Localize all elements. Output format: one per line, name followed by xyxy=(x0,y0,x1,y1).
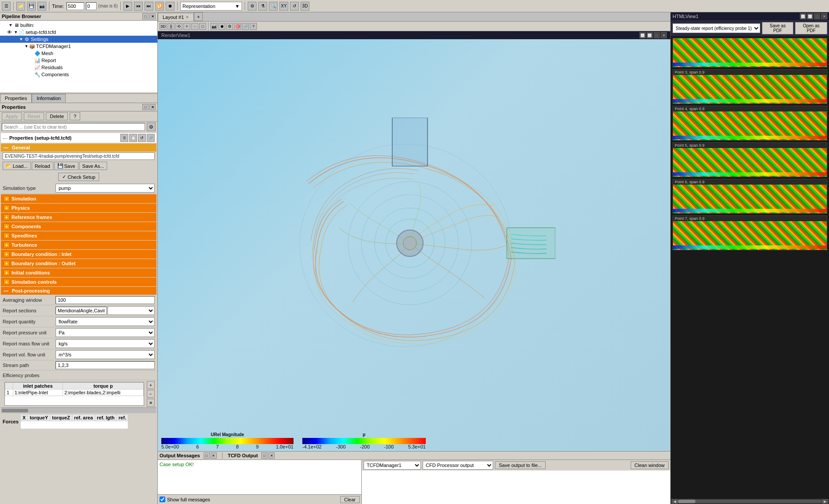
render-settings2-icon[interactable]: ⚙ xyxy=(226,23,233,30)
reset-button[interactable]: Reset xyxy=(24,112,45,120)
section-turbulence[interactable]: + Turbulence xyxy=(1,241,156,249)
render-reset-cam-icon[interactable]: ⟲ xyxy=(175,23,182,30)
xyz-icon[interactable]: XY xyxy=(279,2,288,11)
check-setup-button[interactable]: ✓ Check Setup xyxy=(58,173,100,181)
help-button[interactable]: ? xyxy=(70,112,80,120)
tcfd-pin-btn[interactable]: □ xyxy=(261,452,268,459)
section-components[interactable]: + Components xyxy=(1,222,156,231)
render-zoom-out-icon[interactable]: - xyxy=(191,23,198,30)
probe-remove-btn[interactable]: − xyxy=(147,390,155,398)
props-refresh-btn[interactable]: ↺ xyxy=(138,134,146,142)
render-link-icon[interactable]: 🔗 xyxy=(242,23,249,30)
tree-item-builtin[interactable]: ▼ 🖥 builtin: xyxy=(0,22,157,29)
clear-button[interactable]: Clear xyxy=(340,496,360,503)
play-icon[interactable]: ▶ xyxy=(123,2,132,11)
tree-item-setup[interactable]: 👁 ▼ 📄 setup-tcfd.tcfd xyxy=(0,29,157,36)
tcfd-clean-btn[interactable]: Clean window xyxy=(631,461,669,469)
output-close-btn[interactable]: ✕ xyxy=(211,452,217,459)
time-spin-input[interactable] xyxy=(86,2,97,10)
report-select-dropdown[interactable]: Steady-state report (efficiency probe 1) xyxy=(673,23,760,33)
layout-tab-close[interactable]: ✕ xyxy=(186,15,189,19)
settings-icon[interactable]: ⚙ xyxy=(248,2,257,11)
tab-properties[interactable]: Properties xyxy=(0,94,32,103)
render-record-icon[interactable]: ⏺ xyxy=(218,23,225,30)
section-initial-conditions[interactable]: + Initial conditions xyxy=(1,268,156,277)
tree-item-tcfdmanager[interactable]: ▼ 📦 TCFDManager1 xyxy=(0,43,157,50)
representation-dropdown[interactable]: Representation ▼ xyxy=(180,2,242,11)
filter-icon[interactable]: ⚗ xyxy=(258,2,267,11)
record-icon[interactable]: ⏺ xyxy=(166,2,175,11)
props-link-btn[interactable]: 🔗 xyxy=(147,134,155,142)
averaging-window-input[interactable] xyxy=(56,296,155,304)
tab-information[interactable]: Information xyxy=(32,94,66,103)
section-general[interactable]: — General xyxy=(1,144,156,152)
report-mass-flow-dropdown[interactable]: kg/s xyxy=(56,339,155,348)
stream-path-input[interactable] xyxy=(56,361,155,369)
save-toolbar-icon[interactable]: 💾 xyxy=(27,2,36,11)
tree-item-report[interactable]: 📊 Report xyxy=(0,57,157,64)
save-button[interactable]: 💾 Save xyxy=(54,162,78,170)
expand-setup[interactable]: ▼ xyxy=(13,30,19,35)
pipeline-close-btn[interactable]: ✕ xyxy=(149,13,156,19)
delete-button[interactable]: Delete xyxy=(46,112,68,120)
menu-icon[interactable]: ☰ xyxy=(2,2,11,11)
report-quantity-dropdown[interactable]: flowRate xyxy=(56,317,155,326)
render-zoom-box-icon[interactable]: □ xyxy=(199,23,206,30)
apply-button[interactable]: Apply xyxy=(2,112,22,120)
rp-split-h[interactable]: ⬜ xyxy=(800,13,806,19)
tcfd-processor-dropdown[interactable]: CFD Processor output xyxy=(423,461,493,470)
reload-button[interactable]: Reload xyxy=(32,162,53,170)
section-reference-frames[interactable]: + Reference frames xyxy=(1,213,156,222)
report-sections-dropdown[interactable] xyxy=(108,306,155,315)
tree-item-residuals[interactable]: 📈 Residuals xyxy=(0,64,157,71)
props-pin-btn[interactable]: □ xyxy=(142,104,149,110)
search-options-btn[interactable]: ⚙ xyxy=(147,122,156,131)
report-vol-flow-dropdown[interactable]: m^3/s xyxy=(56,350,155,359)
render-3d-icon[interactable]: 3D xyxy=(160,23,167,30)
props-close-btn[interactable]: ✕ xyxy=(149,104,156,110)
save-as-pdf-btn[interactable]: Save as PDF xyxy=(762,22,793,34)
viewport-canvas[interactable]: URel Magnitude 5.0e+00 6 7 8 9 1.0e+01 p xyxy=(158,39,670,451)
vh-maximize[interactable]: □ xyxy=(654,32,660,38)
prev-frame-icon[interactable]: ⏮ xyxy=(134,2,143,11)
view3d-icon[interactable]: 3D xyxy=(301,2,309,11)
pipeline-pin-btn[interactable]: □ xyxy=(142,13,149,19)
section-speedlines[interactable]: + Speedlines xyxy=(1,231,156,240)
tcfd-save-btn[interactable]: Save output to file... xyxy=(495,461,546,469)
props-scrollbar[interactable] xyxy=(1,408,156,413)
probe-add-btn[interactable]: + xyxy=(147,381,155,389)
report-sections-input[interactable] xyxy=(56,307,107,315)
camera-icon[interactable]: 📷 xyxy=(37,2,46,11)
reset-icon[interactable]: ↺ xyxy=(290,2,299,11)
scroll-right-btn[interactable]: ▶ xyxy=(822,499,828,504)
props-copy-btn[interactable]: ⎘ xyxy=(120,134,128,142)
vh-close[interactable]: ✕ xyxy=(661,32,667,38)
render-orient-icon[interactable]: 🎯 xyxy=(234,23,241,30)
load-button[interactable]: 📂 Load... xyxy=(3,162,31,170)
render-parallel-icon[interactable]: || xyxy=(167,23,175,30)
rp-split-v[interactable]: ⬜ xyxy=(807,13,813,19)
report-pressure-dropdown[interactable]: Pa xyxy=(56,328,155,337)
layout-tab-1[interactable]: Layout #1 ✕ xyxy=(158,13,194,21)
probe-delete-btn[interactable]: ✕ xyxy=(147,399,155,407)
tab-add-btn[interactable]: + xyxy=(194,12,203,21)
rp-close[interactable]: ✕ xyxy=(821,13,827,19)
time-input[interactable] xyxy=(67,2,84,10)
tree-item-components[interactable]: 🔧 Components xyxy=(0,71,157,78)
vh-split-h[interactable]: ⬜ xyxy=(639,32,646,38)
section-post-processing[interactable]: — Post-processing xyxy=(1,287,156,295)
tree-item-settings[interactable]: ▼ ⚙ Settings xyxy=(0,36,157,43)
section-physics[interactable]: + Physics xyxy=(1,204,156,212)
right-scroll-bar[interactable]: ◀ ▶ xyxy=(671,499,829,504)
tcfd-manager-dropdown[interactable]: TCFDManager1 xyxy=(364,461,421,470)
expand-manager[interactable]: ▼ xyxy=(24,44,29,49)
show-full-checkbox-label[interactable]: Show full messages xyxy=(160,497,210,502)
tree-item-mesh[interactable]: 🔷 Mesh xyxy=(0,50,157,57)
expand-builtin[interactable]: ▼ xyxy=(8,22,13,28)
simulation-type-dropdown[interactable]: pump xyxy=(56,184,155,193)
output-pin-btn[interactable]: □ xyxy=(204,452,210,459)
open-as-pdf-btn[interactable]: Open as PDF xyxy=(795,22,827,34)
section-bc-outlet[interactable]: + Boundary condition : Outlet xyxy=(1,259,156,268)
props-paste-btn[interactable]: 📋 xyxy=(129,134,137,142)
expand-settings[interactable]: ▼ xyxy=(19,37,24,42)
